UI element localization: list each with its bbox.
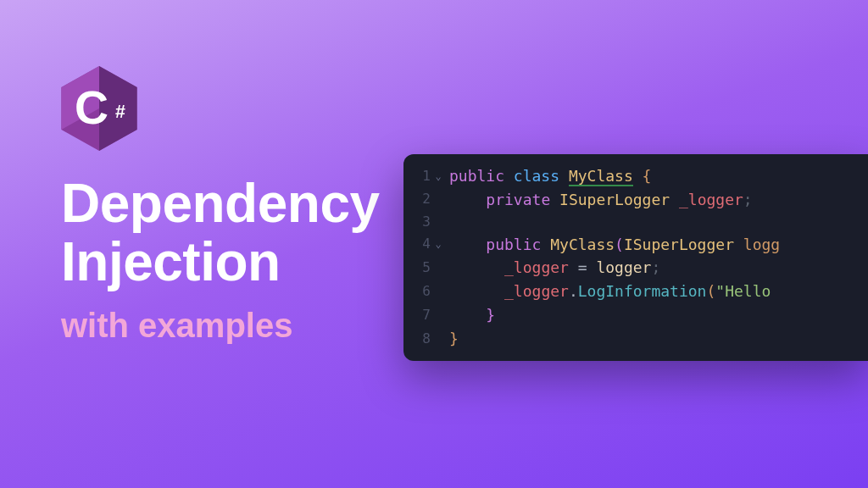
code-line: 6 _logger.LogInformation("Hello <box>412 280 868 303</box>
line-number: 5 <box>412 258 431 279</box>
line-number: 4 <box>412 234 431 255</box>
code-text: } <box>446 327 459 351</box>
line-number: 2 <box>412 189 431 210</box>
title-line-1: Dependency <box>61 175 380 233</box>
code-line: 3 <box>412 212 868 233</box>
subtitle: with examples <box>61 307 380 345</box>
line-number: 3 <box>412 212 431 233</box>
code-line: 2 private ISuperLogger _logger; <box>412 188 868 212</box>
svg-text:C: C <box>75 81 108 134</box>
code-text: } <box>446 303 495 327</box>
code-text: public class MyClass { <box>446 164 651 188</box>
code-line: 7 } <box>412 303 868 327</box>
code-line: 8} <box>412 327 868 351</box>
title-line-2: Injection <box>61 233 380 291</box>
code-line: 1⌄public class MyClass { <box>412 164 868 188</box>
fold-chevron-icon[interactable]: ⌄ <box>431 169 446 185</box>
csharp-logo-icon: C # <box>61 66 137 151</box>
code-text: _logger = logger; <box>446 256 660 280</box>
code-text: private ISuperLogger _logger; <box>446 188 753 212</box>
line-number: 8 <box>412 329 431 350</box>
svg-text:#: # <box>115 102 125 122</box>
line-number: 6 <box>412 281 431 302</box>
code-text: _logger.LogInformation("Hello <box>446 280 780 303</box>
title-block: Dependency Injection with examples <box>61 175 380 345</box>
code-snippet-card: 1⌄public class MyClass {2 private ISuper… <box>403 154 868 361</box>
code-line: 4⌄ public MyClass(ISuperLogger logg <box>412 233 868 257</box>
fold-chevron-icon[interactable]: ⌄ <box>431 236 446 252</box>
line-number: 7 <box>412 305 431 326</box>
code-text: public MyClass(ISuperLogger logg <box>446 233 780 257</box>
code-line: 5 _logger = logger; <box>412 256 868 280</box>
line-number: 1 <box>412 166 431 187</box>
